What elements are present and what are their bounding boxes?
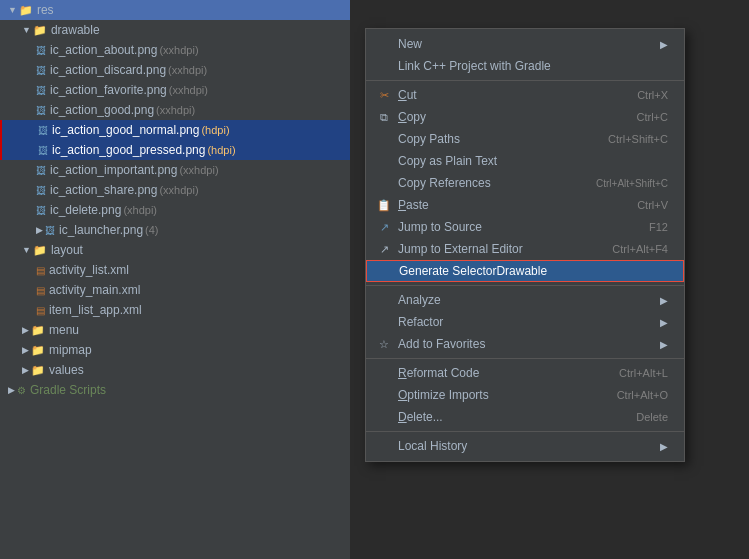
menu-item-delete[interactable]: Delete... Delete bbox=[366, 406, 684, 428]
arrow-icon: ▶ bbox=[22, 325, 29, 335]
menu-label: Copy as Plain Text bbox=[376, 154, 497, 168]
tree-item-good-normal[interactable]: 🖼 ic_action_good_normal.png (hdpi) bbox=[0, 120, 350, 140]
tree-item-label: Gradle Scripts bbox=[30, 383, 106, 397]
menu-item-analyze[interactable]: Analyze ▶ bbox=[366, 289, 684, 311]
tree-item-res[interactable]: ▼ 📁 res bbox=[0, 0, 350, 20]
tree-item-mipmap[interactable]: ▶ 📁 mipmap bbox=[0, 340, 350, 360]
menu-item-copy-paths[interactable]: Copy Paths Ctrl+Shift+C bbox=[366, 128, 684, 150]
file-tree: ▼ 📁 res ▼ 📁 drawable 🖼 ic_action_about.p… bbox=[0, 0, 350, 559]
tree-item-share[interactable]: 🖼 ic_action_share.png (xxhdpi) bbox=[0, 180, 350, 200]
menu-item-optimize[interactable]: Optimize Imports Ctrl+Alt+O bbox=[366, 384, 684, 406]
tree-item-label: menu bbox=[49, 323, 79, 337]
tree-item-label: ic_action_share.png bbox=[50, 183, 157, 197]
folder-icon: 📁 bbox=[31, 324, 45, 337]
favorites-icon: ☆ bbox=[376, 338, 392, 351]
image-icon: 🖼 bbox=[36, 205, 46, 216]
tree-item-gradle[interactable]: ▶ ⚙ Gradle Scripts bbox=[0, 380, 350, 400]
image-icon: 🖼 bbox=[36, 105, 46, 116]
menu-label: Analyze bbox=[376, 293, 441, 307]
menu-label: 📋 Paste bbox=[376, 198, 429, 212]
folder-icon: 📁 bbox=[31, 344, 45, 357]
tree-item-label: item_list_app.xml bbox=[49, 303, 142, 317]
menu-item-new[interactable]: New ▶ bbox=[366, 33, 684, 55]
tree-item-delete[interactable]: 🖼 ic_delete.png (xhdpi) bbox=[0, 200, 350, 220]
tree-item-label: ic_action_good_normal.png bbox=[52, 123, 199, 137]
image-icon: 🖼 bbox=[45, 225, 55, 236]
tree-item-activity-list[interactable]: ▤ activity_list.xml bbox=[0, 260, 350, 280]
image-icon: 🖼 bbox=[36, 185, 46, 196]
submenu-arrow-icon: ▶ bbox=[660, 339, 668, 350]
qualifier-label: (hdpi) bbox=[201, 124, 229, 136]
menu-item-copy-plain[interactable]: Copy as Plain Text bbox=[366, 150, 684, 172]
menu-item-generate-selector[interactable]: Generate SelectorDrawable bbox=[366, 260, 684, 282]
shortcut-label: Ctrl+C bbox=[637, 111, 668, 123]
folder-icon: 📁 bbox=[33, 24, 47, 37]
tree-item-drawable[interactable]: ▼ 📁 drawable bbox=[0, 20, 350, 40]
tree-item-label: drawable bbox=[51, 23, 100, 37]
folder-icon: 📁 bbox=[33, 244, 47, 257]
arrow-icon: ▶ bbox=[36, 225, 43, 235]
qualifier-label: (xxhdpi) bbox=[168, 64, 207, 76]
image-icon: 🖼 bbox=[36, 45, 46, 56]
tree-item-about[interactable]: 🖼 ic_action_about.png (xxhdpi) bbox=[0, 40, 350, 60]
menu-item-link-cpp[interactable]: Link C++ Project with Gradle bbox=[366, 55, 684, 77]
shortcut-label: Ctrl+V bbox=[637, 199, 668, 211]
xml-icon: ▤ bbox=[36, 265, 45, 276]
submenu-arrow-icon: ▶ bbox=[660, 317, 668, 328]
menu-item-reformat[interactable]: Reformat Code Ctrl+Alt+L bbox=[366, 362, 684, 384]
tree-item-good[interactable]: 🖼 ic_action_good.png (xxhdpi) bbox=[0, 100, 350, 120]
tree-item-important[interactable]: 🖼 ic_action_important.png (xxhdpi) bbox=[0, 160, 350, 180]
tree-item-label: ic_action_discard.png bbox=[50, 63, 166, 77]
image-icon: 🖼 bbox=[38, 125, 48, 136]
menu-item-copy[interactable]: ⧉ Copy Ctrl+C bbox=[366, 106, 684, 128]
jump-source-icon: ↗ bbox=[376, 221, 392, 234]
arrow-icon: ▶ bbox=[8, 385, 15, 395]
menu-label: ☆ Add to Favorites bbox=[376, 337, 485, 351]
tree-item-launcher[interactable]: ▶ 🖼 ic_launcher.png (4) bbox=[0, 220, 350, 240]
shortcut-label: F12 bbox=[649, 221, 668, 233]
menu-item-copy-refs[interactable]: Copy References Ctrl+Alt+Shift+C bbox=[366, 172, 684, 194]
tree-item-layout[interactable]: ▼ 📁 layout bbox=[0, 240, 350, 260]
jump-external-icon: ↗ bbox=[376, 243, 392, 256]
shortcut-label: Ctrl+Alt+O bbox=[617, 389, 668, 401]
qualifier-label: (xxhdpi) bbox=[179, 164, 218, 176]
tree-item-values[interactable]: ▶ 📁 values bbox=[0, 360, 350, 380]
menu-item-add-favorites[interactable]: ☆ Add to Favorites ▶ bbox=[366, 333, 684, 355]
arrow-icon: ▼ bbox=[22, 25, 31, 35]
tree-item-favorite[interactable]: 🖼 ic_action_favorite.png (xxhdpi) bbox=[0, 80, 350, 100]
gradle-icon: ⚙ bbox=[17, 385, 26, 396]
tree-item-good-pressed[interactable]: 🖼 ic_action_good_pressed.png (hdpi) bbox=[0, 140, 350, 160]
qualifier-label: (xxhdpi) bbox=[159, 44, 198, 56]
arrow-icon: ▼ bbox=[22, 245, 31, 255]
separator bbox=[366, 431, 684, 432]
menu-label: Optimize Imports bbox=[376, 388, 489, 402]
folder-icon: 📁 bbox=[31, 364, 45, 377]
qualifier-label: (hdpi) bbox=[207, 144, 235, 156]
tree-item-label: ic_action_favorite.png bbox=[50, 83, 167, 97]
menu-label: Generate SelectorDrawable bbox=[377, 264, 547, 278]
tree-item-label: ic_delete.png bbox=[50, 203, 121, 217]
tree-item-label: res bbox=[37, 3, 54, 17]
tree-item-label: mipmap bbox=[49, 343, 92, 357]
submenu-arrow-icon: ▶ bbox=[660, 441, 668, 452]
menu-item-jump-source[interactable]: ↗ Jump to Source F12 bbox=[366, 216, 684, 238]
shortcut-label: Ctrl+Alt+Shift+C bbox=[596, 178, 668, 189]
separator bbox=[366, 285, 684, 286]
tree-item-label: ic_action_important.png bbox=[50, 163, 177, 177]
cut-icon: ✂ bbox=[376, 89, 392, 102]
folder-icon: 📁 bbox=[19, 4, 33, 17]
menu-item-cut[interactable]: ✂ Cut Ctrl+X bbox=[366, 84, 684, 106]
menu-item-local-history[interactable]: Local History ▶ bbox=[366, 435, 684, 457]
tree-item-item-list[interactable]: ▤ item_list_app.xml bbox=[0, 300, 350, 320]
menu-item-refactor[interactable]: Refactor ▶ bbox=[366, 311, 684, 333]
menu-item-paste[interactable]: 📋 Paste Ctrl+V bbox=[366, 194, 684, 216]
tree-item-label: layout bbox=[51, 243, 83, 257]
menu-label: ⧉ Copy bbox=[376, 110, 426, 124]
tree-item-label: ic_action_good_pressed.png bbox=[52, 143, 205, 157]
arrow-icon: ▼ bbox=[8, 5, 17, 15]
tree-item-discard[interactable]: 🖼 ic_action_discard.png (xxhdpi) bbox=[0, 60, 350, 80]
menu-item-jump-external[interactable]: ↗ Jump to External Editor Ctrl+Alt+F4 bbox=[366, 238, 684, 260]
tree-item-menu[interactable]: ▶ 📁 menu bbox=[0, 320, 350, 340]
copy-icon: ⧉ bbox=[376, 111, 392, 124]
tree-item-activity-main[interactable]: ▤ activity_main.xml bbox=[0, 280, 350, 300]
